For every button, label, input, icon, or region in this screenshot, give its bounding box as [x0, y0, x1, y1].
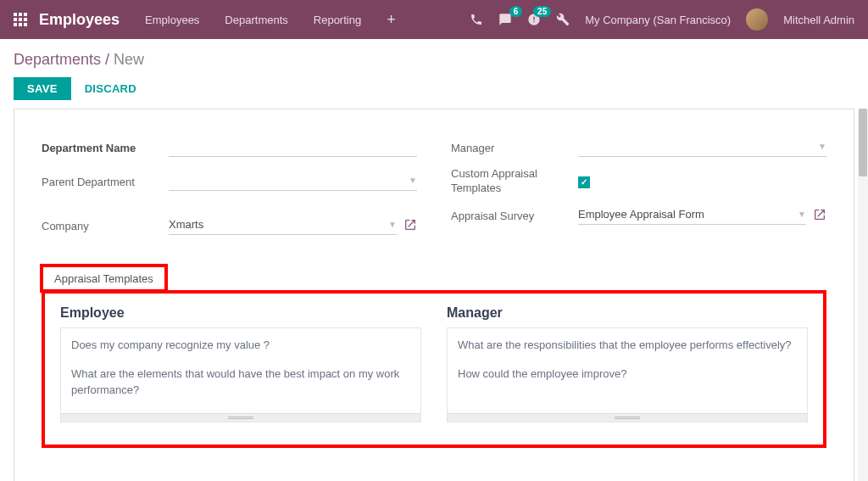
activities-badge: 25	[533, 6, 551, 17]
dept-name-input[interactable]	[169, 138, 417, 157]
app-brand[interactable]: Employees	[39, 11, 120, 29]
chevron-down-icon: ▼	[798, 210, 806, 219]
phone-icon[interactable]	[470, 13, 483, 26]
tab-appraisal-templates[interactable]: Appraisal Templates	[42, 266, 166, 291]
chevron-down-icon: ▼	[818, 142, 826, 151]
form-col-right: Manager ▼ Custom Appraisal Templates App…	[451, 133, 826, 245]
top-right: 6 25 My Company (San Francisco) Mitchell…	[470, 8, 854, 31]
breadcrumb-root[interactable]: Departments	[14, 51, 101, 68]
user-name[interactable]: Mitchell Admin	[783, 14, 854, 26]
sheet-wrap: Department Name Parent Department ▼ Comp…	[0, 109, 868, 481]
chevron-down-icon: ▼	[388, 220, 397, 229]
breadcrumb: Departments / New	[14, 51, 854, 69]
appraisal-templates-panel: Employee Does my company recognize my va…	[42, 290, 826, 448]
nav-links: Employees Departments Reporting +	[145, 11, 396, 29]
tab-bar: Appraisal Templates	[42, 266, 826, 291]
form-col-left: Department Name Parent Department ▼ Comp…	[42, 133, 417, 245]
employee-template-title: Employee	[60, 305, 421, 321]
page-scrollbar[interactable]	[858, 109, 868, 481]
nav-plus-icon[interactable]: +	[387, 11, 396, 29]
user-avatar[interactable]	[746, 8, 768, 31]
company-selector[interactable]: My Company (San Francisco)	[585, 14, 731, 26]
control-bar: Departments / New SAVE DISCARD	[0, 39, 868, 109]
parent-dept-select[interactable]: ▼	[169, 172, 417, 191]
discard-button[interactable]: DISCARD	[76, 77, 145, 100]
messages-badge: 6	[509, 6, 523, 17]
survey-label: Appraisal Survey	[451, 210, 578, 222]
chevron-down-icon: ▼	[409, 176, 417, 185]
form-sheet: Department Name Parent Department ▼ Comp…	[14, 109, 854, 481]
form-grid: Department Name Parent Department ▼ Comp…	[42, 133, 826, 245]
nav-reporting[interactable]: Reporting	[314, 14, 361, 26]
manager-select[interactable]: ▼	[578, 138, 826, 157]
company-label: Company	[42, 220, 169, 232]
breadcrumb-current: New	[114, 51, 144, 68]
company-select[interactable]: Xmarts▼	[169, 216, 397, 235]
manager-template-title: Manager	[447, 305, 808, 321]
manager-template-editor[interactable]: What are the responsibilities that the e…	[448, 328, 807, 413]
manager-editor-resize-handle[interactable]	[448, 413, 807, 422]
top-nav: Employees Employees Departments Reportin…	[0, 0, 868, 39]
survey-open-icon[interactable]	[813, 208, 826, 224]
apps-icon[interactable]	[14, 13, 27, 26]
survey-select[interactable]: Employee Appraisal Form▼	[578, 206, 806, 225]
employee-template-col: Employee Does my company recognize my va…	[60, 305, 421, 422]
nav-departments[interactable]: Departments	[225, 14, 287, 26]
custom-templates-checkbox[interactable]	[578, 176, 590, 188]
messages-icon[interactable]: 6	[498, 13, 512, 26]
manager-label: Manager	[451, 142, 578, 154]
nav-employees[interactable]: Employees	[145, 14, 199, 26]
company-open-icon[interactable]	[403, 218, 417, 234]
activities-icon[interactable]: 25	[527, 13, 541, 26]
save-button[interactable]: SAVE	[14, 77, 71, 100]
employee-template-editor[interactable]: Does my company recognize my value ? Wha…	[61, 328, 420, 413]
dept-name-label: Department Name	[42, 142, 169, 154]
employee-editor-resize-handle[interactable]	[61, 413, 420, 422]
tools-icon[interactable]	[556, 13, 570, 26]
parent-dept-label: Parent Department	[42, 176, 169, 188]
custom-templates-label: Custom Appraisal Templates	[451, 167, 578, 196]
manager-template-col: Manager What are the responsibilities th…	[447, 305, 808, 422]
